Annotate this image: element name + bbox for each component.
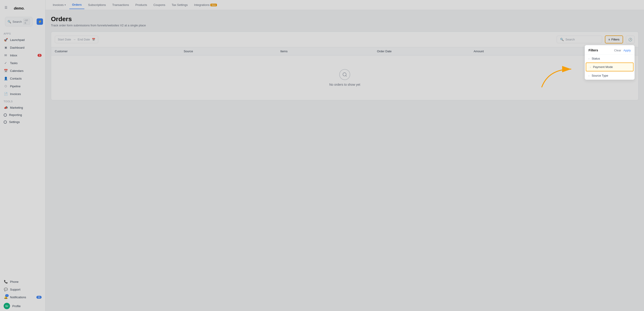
search-placeholder: Search [566,38,575,41]
sidebar-item-label: Marketing [10,106,23,109]
main-content: Invoices ▾ Orders Subscriptions Transact… [46,0,644,311]
search-box[interactable]: 🔍 Search [557,36,602,43]
sidebar-item-label: Profile [12,304,21,308]
sidebar-item-notifications[interactable]: 🔔 7 Notifications 11 [0,293,45,301]
topnav-subscriptions[interactable]: Subscriptions [85,1,108,9]
invoices-sidebar-icon: 📄 [4,92,8,96]
topnav-tax-settings[interactable]: Tax Settings [169,1,190,9]
topnav-invoices[interactable]: Invoices ▾ [50,1,68,9]
inbox-icon: ✉ [4,53,8,57]
filter-payment-mode-label: Payment Mode [593,65,613,69]
topnav-invoices-label: Invoices [53,3,64,6]
filters-label: Filters [612,38,620,41]
col-items: Items [280,50,377,53]
sidebar: ☰ demo. 🔍 Search ctrl K ⚡ Apps 🚀 Launchp… [0,0,46,311]
sidebar-item-label: Inbox [10,54,17,57]
sidebar-item-profile[interactable]: Gr Profile [0,301,45,311]
page-subtitle: Track order form submissions from funnel… [51,24,638,27]
sidebar-item-dashboard[interactable]: ▣ Dashboard [0,44,45,52]
search-icon: 🔍 [8,20,11,24]
topnav-subscriptions-label: Subscriptions [88,3,106,6]
sidebar-item-label: Notifications [10,296,26,299]
sidebar-item-label: Phone [10,280,19,284]
sidebar-item-label: Invoices [10,92,21,96]
sidebar-item-inbox[interactable]: ✉ Inbox 1 [0,52,45,59]
launchpad-icon: 🚀 [4,38,8,42]
topnav-coupons-label: Coupons [154,3,165,6]
filters-panel: Filters Clear Apply › Status › Payment M… [585,45,635,80]
end-date-placeholder: End Date [78,38,90,41]
empty-text: No orders to show yet [329,83,360,86]
profile-avatar: Gr [4,303,10,309]
sidebar-item-label: Contacts [10,77,22,80]
filters-button[interactable]: ≡ Filters [605,36,623,44]
chevron-right-icon: › [588,57,590,60]
history-button[interactable]: 🕐 [626,36,635,44]
search-label: Search [12,20,22,24]
sidebar-item-calendars[interactable]: 📅 Calendars [0,67,45,74]
notifications-count-badge: 11 [36,296,42,299]
sidebar-item-reporting[interactable]: Reporting [0,112,45,118]
filter-icon: ≡ [608,38,610,41]
orders-table-container: Start Date → End Date 📅 🔍 Search ≡ Filte… [51,32,638,100]
chevron-right-icon: › [590,66,591,68]
tasks-icon: ✓ [4,61,8,65]
dashboard-icon: ▣ [4,46,8,50]
table-header: Customer Source Items Order Date Amount [51,47,638,56]
search-shortcut: ctrl K [23,18,30,25]
date-range-picker[interactable]: Start Date → End Date 📅 [55,36,98,43]
sidebar-item-contacts[interactable]: 👤 Contacts [0,74,45,82]
sidebar-item-support[interactable]: 💬 Support [0,286,45,293]
topnav-orders[interactable]: Orders [69,1,84,9]
filter-status[interactable]: › Status [585,54,634,62]
sidebar-item-settings[interactable]: Settings [0,118,45,126]
filter-source-type[interactable]: › Source Type [585,72,634,80]
sidebar-item-label: Support [10,288,20,291]
filters-clear-button[interactable]: Clear [614,49,621,52]
topnav-transactions[interactable]: Transactions [110,1,132,9]
topnav-integrations[interactable]: Integrations New [192,1,220,9]
phone-icon: 📞 [4,280,8,284]
sidebar-item-invoices-nav[interactable]: 📄 Invoices [0,90,45,98]
sidebar-item-launchpad[interactable]: 🚀 Launchpad [0,36,45,44]
page-content: Orders Track order form submissions from… [46,10,644,311]
svg-line-1 [346,76,346,76]
sidebar-search[interactable]: 🔍 Search ctrl K [5,17,32,26]
hamburger-button[interactable]: ☰ [2,4,10,11]
page-title: Orders [51,16,638,23]
filter-status-label: Status [592,57,600,60]
empty-state: No orders to show yet [51,56,638,100]
chevron-down-icon: ▾ [64,4,66,6]
sidebar-item-label: Dashboard [10,46,24,49]
orders-toolbar: Start Date → End Date 📅 🔍 Search ≡ Filte… [51,32,638,47]
support-icon: 💬 [4,287,8,292]
search-icon: 🔍 [560,38,564,41]
topnav-products-label: Products [135,3,147,6]
chevron-right-icon: › [588,74,590,77]
pipeline-icon: ⬡ [4,84,8,88]
filters-apply-button[interactable]: Apply [623,49,631,52]
sidebar-item-label: Calendars [10,69,24,72]
col-amount: Amount [474,50,570,53]
notifications-icon: 🔔 7 [4,295,8,299]
sidebar-item-label: Reporting [9,113,22,116]
sidebar-item-pipeline[interactable]: ⬡ Pipeline [0,82,45,90]
empty-search-icon [339,69,350,80]
topnav-coupons[interactable]: Coupons [151,1,168,9]
sidebar-item-phone[interactable]: 📞 Phone [0,278,45,286]
new-badge: New [210,4,217,6]
filter-payment-mode[interactable]: › Payment Mode [586,62,634,72]
sidebar-bottom: 📞 Phone 💬 Support 🔔 7 Notifications 11 G… [0,278,45,311]
filters-panel-actions: Clear Apply [614,49,631,52]
sidebar-item-tasks[interactable]: ✓ Tasks [0,59,45,67]
flash-button[interactable]: ⚡ [36,18,43,25]
tools-section-label: Tools [0,98,45,104]
history-icon: 🕐 [628,38,632,42]
topnav-tax-settings-label: Tax Settings [172,3,188,6]
filters-panel-header: Filters Clear Apply [585,45,634,54]
topnav-transactions-label: Transactions [112,3,129,6]
sidebar-item-label: Tasks [10,62,18,65]
sidebar-item-marketing[interactable]: 📣 Marketing [0,104,45,112]
topnav-products[interactable]: Products [132,1,150,9]
notification-badge-7: 7 [5,294,9,297]
